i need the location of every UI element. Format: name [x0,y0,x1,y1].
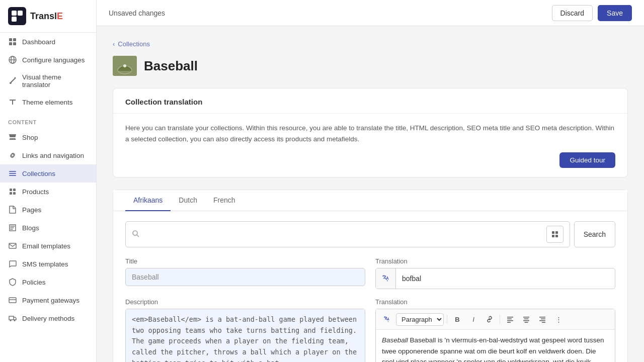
description-label: Description [125,298,365,306]
sidebar-item-email-templates[interactable]: Email templates [0,237,96,255]
svg-rect-31 [507,317,513,318]
sidebar-item-label: Policies [22,279,46,286]
sidebar-item-visual-theme-translator[interactable]: Visual theme translator [0,69,96,93]
app-logo: TranslE [0,0,96,33]
logo-accent: E [57,11,63,21]
svg-rect-2 [12,17,17,22]
search-button[interactable]: Search [574,221,615,247]
tab-french[interactable]: French [205,190,244,211]
sidebar-item-payment-gateways[interactable]: Payment gateways [0,291,96,309]
sidebar-item-label: Dashboard [22,38,55,46]
guided-tour-button[interactable]: Guided tour [559,152,615,168]
sidebar-item-label: Configure languages [22,56,85,64]
title-translation-input[interactable] [396,270,615,287]
topbar-actions: Discard Save [552,5,632,21]
title-input[interactable] [125,268,365,286]
description-wrap: <em>Baseball</em> is a bat-and-ball game… [125,309,365,362]
page-title: Baseball [144,58,198,74]
card-header: Collection translation [113,88,627,114]
policies-icon [8,278,17,287]
sidebar-item-label: Pages [22,206,41,214]
svg-rect-12 [9,175,16,176]
sidebar-item-configure-languages[interactable]: Configure languages [0,51,96,69]
align-left-button[interactable] [503,312,517,326]
sidebar-item-links-navigation[interactable]: Links and navigation [0,146,96,164]
svg-rect-28 [555,231,558,234]
sidebar-item-label: Blogs [22,224,39,232]
sidebar-item-collections[interactable]: Collections [0,164,96,183]
grid-view-button[interactable] [546,226,564,243]
svg-rect-13 [10,189,12,191]
description-textarea[interactable]: <em>Baseball</em> is a bat-and-ball game… [126,309,365,362]
svg-rect-32 [507,319,512,320]
svg-rect-6 [13,42,16,45]
sidebar-item-blogs[interactable]: Blogs [0,219,96,237]
sidebar-item-label: Email templates [22,242,70,250]
auto-translate-desc-button[interactable] [380,312,394,326]
svg-rect-34 [507,322,511,323]
description-translation-editor[interactable]: Baseball Baseball is 'n vlermuis-en-bal-… [376,330,615,362]
pages-icon [8,205,17,214]
link-button[interactable] [482,312,497,326]
sidebar-item-products[interactable]: Products [0,183,96,201]
svg-point-21 [14,320,16,321]
align-right-button[interactable] [535,312,549,326]
sidebar-item-delivery-methods[interactable]: Delivery methods [0,309,96,327]
title-translation-label: Translation [375,257,615,265]
email-icon [8,241,17,250]
save-button[interactable]: Save [598,5,632,21]
sms-icon [8,259,17,268]
svg-rect-5 [9,42,12,45]
svg-rect-35 [523,317,529,318]
svg-point-25 [133,231,137,235]
logo-icon [8,7,26,25]
bold-button[interactable]: B [450,312,464,326]
sidebar-item-policies[interactable]: Policies [0,273,96,291]
tab-dutch[interactable]: Dutch [171,190,205,211]
sidebar-item-sms-templates[interactable]: SMS templates [0,255,96,273]
main-area: Unsaved changes Discard Save ‹ Collectio… [97,0,644,362]
page-header: Baseball [113,56,628,76]
discard-button[interactable]: Discard [552,5,593,21]
collection-translation-card: Collection translation Here you can tran… [113,88,628,177]
shop-icon [8,133,17,142]
sidebar-item-dashboard[interactable]: Dashboard [0,33,96,51]
auto-translate-title-button[interactable] [376,268,396,289]
more-options-button[interactable]: ⋮ [551,312,566,326]
svg-rect-36 [524,319,529,320]
logo-text: TranslE [30,11,63,22]
align-center-button[interactable] [519,312,533,326]
svg-rect-0 [12,11,17,16]
delivery-icon [8,314,17,323]
svg-rect-15 [10,192,12,195]
sidebar-item-theme-elements[interactable]: Theme elements [0,93,96,111]
svg-rect-17 [9,243,16,248]
dashboard-icon [8,37,17,46]
unsaved-changes-label: Unsaved changes [109,9,165,17]
svg-rect-14 [13,189,16,191]
translation-area: Search Title Translation [113,211,627,362]
card-title: Collection translation [125,98,615,106]
italic-button[interactable]: I [466,312,480,326]
blogs-icon [8,223,17,232]
sidebar-item-label: Shop [22,134,38,141]
topbar: Unsaved changes Discard Save [97,0,644,26]
sidebar-item-shop[interactable]: Shop [0,128,96,146]
search-input[interactable] [144,230,542,238]
payment-icon [8,296,17,305]
search-bar: Search [125,221,615,247]
language-tabs: Afrikaans Dutch French [113,190,627,211]
svg-rect-27 [552,231,554,234]
breadcrumb[interactable]: ‹ Collections [113,40,628,48]
svg-rect-38 [525,322,528,323]
svg-point-20 [10,320,12,321]
products-icon [8,187,17,196]
tab-afrikaans[interactable]: Afrikaans [125,190,171,211]
breadcrumb-arrow: ‹ [113,40,115,48]
svg-rect-1 [18,11,23,16]
svg-rect-42 [542,322,545,323]
svg-rect-33 [507,320,513,321]
paragraph-format-select[interactable]: Paragraph [396,313,444,326]
sidebar-item-pages[interactable]: Pages [0,201,96,219]
svg-rect-41 [539,320,545,321]
